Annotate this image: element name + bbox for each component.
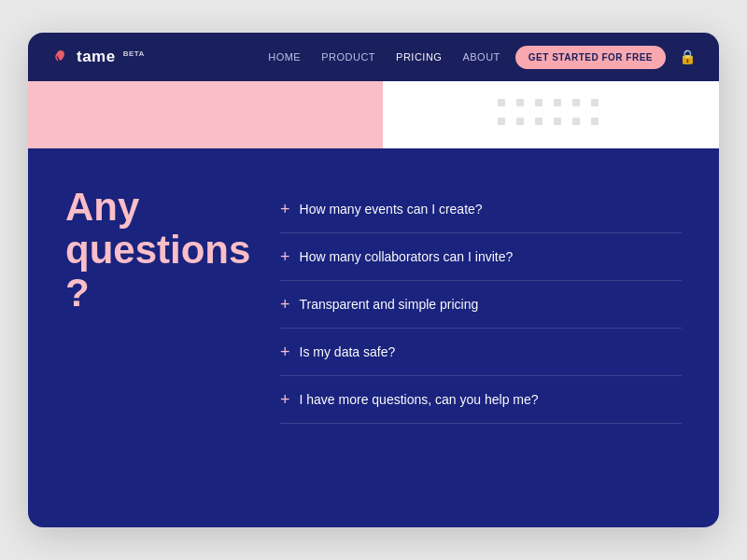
nav-product[interactable]: PRODUCT	[321, 51, 375, 63]
headline: Any questions ?	[65, 186, 252, 315]
faq-item-4[interactable]: + Is my data safe?	[280, 329, 682, 376]
logo-area: tame BETA	[50, 47, 268, 67]
faq-section: + How many events can I create? + How ma…	[280, 186, 682, 424]
dot	[572, 118, 580, 125]
dot	[572, 99, 580, 106]
dot	[516, 118, 524, 125]
main-content: Any questions ? + How many events can I …	[28, 148, 719, 527]
dot	[535, 118, 543, 125]
dot	[498, 99, 505, 106]
faq-text-2: How many collaborators can I invite?	[300, 249, 514, 264]
banner-section	[28, 81, 719, 148]
navbar: tame BETA HOME PRODUCT PRICING ABOUT GET…	[28, 33, 719, 81]
pink-block	[28, 81, 383, 148]
dot	[591, 99, 599, 106]
faq-text-4: Is my data safe?	[300, 344, 396, 359]
plus-icon-4: +	[280, 343, 290, 360]
nav-links: HOME PRODUCT PRICING ABOUT	[268, 51, 500, 63]
nav-about[interactable]: ABOUT	[462, 51, 500, 63]
beta-badge: BETA	[123, 49, 145, 58]
faq-item-1[interactable]: + How many events can I create?	[280, 186, 682, 233]
get-started-button[interactable]: GET STARTED FOR FREE	[515, 46, 666, 69]
dot	[498, 118, 505, 125]
faq-text-5: I have more questions, can you help me?	[300, 392, 539, 407]
nav-pricing[interactable]: PRICING	[396, 51, 442, 63]
dot	[516, 99, 524, 106]
dot	[535, 99, 543, 106]
plus-icon-3: +	[280, 296, 290, 313]
headline-line2: questions ?	[65, 229, 252, 315]
plus-icon-5: +	[280, 391, 290, 408]
dot	[554, 118, 561, 125]
main-card: tame BETA HOME PRODUCT PRICING ABOUT GET…	[28, 33, 719, 527]
plus-icon-2: +	[280, 248, 290, 265]
faq-text-1: How many events can I create?	[300, 202, 483, 217]
left-section: Any questions ?	[65, 186, 252, 315]
logo-icon	[50, 47, 71, 67]
faq-item-3[interactable]: + Transparent and simple pricing	[280, 281, 682, 329]
headline-line1: Any	[65, 186, 252, 229]
dots-grid	[498, 99, 604, 131]
lock-icon: 🔒	[679, 49, 697, 65]
faq-text-3: Transparent and simple pricing	[300, 297, 479, 312]
dot	[554, 99, 561, 106]
dot	[591, 118, 599, 125]
plus-icon-1: +	[280, 201, 290, 217]
faq-item-2[interactable]: + How many collaborators can I invite?	[280, 233, 682, 281]
faq-item-5[interactable]: + I have more questions, can you help me…	[280, 376, 682, 424]
nav-home[interactable]: HOME	[268, 51, 301, 63]
logo-text: tame	[77, 48, 116, 66]
dots-block	[383, 81, 719, 148]
